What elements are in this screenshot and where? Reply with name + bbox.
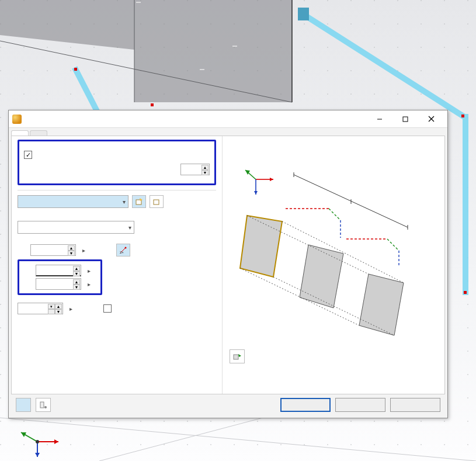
app-icon	[12, 115, 22, 124]
spacing-input[interactable]: ▾ ▲▼	[18, 303, 63, 314]
new-coord-system-button[interactable]	[132, 195, 146, 208]
chevron-down-icon: ▾	[123, 199, 126, 205]
svg-marker-21	[35, 453, 40, 457]
svg-rect-56	[234, 355, 238, 359]
play-icon[interactable]: ▸	[86, 281, 92, 287]
svg-line-51	[329, 209, 341, 220]
copy-section-highlight: ▲▼	[18, 140, 216, 185]
svg-point-59	[44, 406, 47, 408]
play-icon[interactable]: ▸	[81, 247, 87, 254]
create-copy-checkbox[interactable]	[24, 151, 32, 159]
svg-marker-45	[359, 274, 404, 335]
bg-label	[297, 84, 301, 85]
svg-rect-10	[74, 68, 77, 71]
coord-system-combo[interactable]: ▾	[18, 195, 128, 208]
settings-button[interactable]	[36, 398, 51, 412]
apply-button[interactable]	[390, 398, 440, 412]
total-checkbox[interactable]	[103, 304, 112, 313]
x-input[interactable]: ▲▼	[30, 244, 76, 256]
chevron-down-icon: ▾	[128, 224, 131, 231]
maximize-button[interactable]	[392, 111, 418, 127]
edit-coord-system-button[interactable]	[150, 195, 164, 208]
minimize-button[interactable]	[367, 111, 392, 127]
svg-rect-58	[40, 402, 44, 408]
svg-rect-12	[461, 115, 464, 117]
bg-label	[232, 46, 237, 47]
move-copy-dialog: ▲▼ ▾	[8, 110, 448, 418]
spin-buttons[interactable]: ▲▼	[68, 245, 75, 256]
svg-line-54	[387, 239, 399, 251]
svg-point-22	[36, 440, 39, 443]
spin-buttons[interactable]: ▲▼	[73, 266, 80, 276]
svg-text:2×: 2×	[120, 251, 124, 254]
tab-main[interactable]	[11, 130, 29, 136]
preview-diagram	[230, 145, 428, 344]
svg-marker-38	[254, 191, 258, 195]
close-button[interactable]	[418, 111, 444, 127]
svg-marker-34	[270, 178, 273, 181]
preview-apply-button[interactable]	[230, 349, 245, 363]
axis-widget	[11, 424, 63, 459]
dialog-footer	[9, 394, 447, 418]
tabs	[9, 128, 447, 136]
z-input[interactable]: ▲▼	[36, 278, 81, 290]
play-icon[interactable]: ▸	[68, 306, 74, 312]
spin-buttons[interactable]: ▲▼	[73, 279, 80, 290]
bg-label	[136, 2, 141, 3]
svg-rect-11	[151, 103, 154, 106]
cancel-button[interactable]	[335, 398, 385, 412]
svg-rect-9	[301, 11, 306, 18]
svg-line-46	[282, 221, 404, 283]
spin-buttons[interactable]: ▲▼	[201, 165, 209, 175]
direction-through-combo[interactable]: ▾	[18, 221, 134, 234]
svg-point-31	[125, 247, 127, 249]
yz-highlight: ▲▼ ▸ ▲▼ ▸	[18, 259, 102, 295]
pick-points-button[interactable]: 2×	[116, 244, 130, 257]
dialog-body: ▲▼ ▾	[11, 136, 445, 394]
svg-marker-43	[240, 216, 282, 277]
svg-rect-13	[464, 291, 467, 294]
spin-buttons[interactable]: ▲▼	[55, 304, 62, 314]
tab-numbering-options[interactable]	[30, 130, 47, 136]
decimal-places-button[interactable]	[16, 398, 31, 412]
svg-rect-24	[403, 117, 408, 122]
svg-marker-57	[238, 354, 241, 357]
y-input[interactable]: ▲▼	[36, 265, 81, 276]
play-icon[interactable]: ▸	[86, 268, 92, 274]
titlebar[interactable]	[9, 110, 447, 128]
svg-rect-29	[154, 200, 159, 204]
svg-marker-44	[300, 245, 343, 308]
steps-input[interactable]: ▲▼	[180, 164, 210, 175]
spacing-combo-icon[interactable]: ▾	[48, 304, 55, 314]
svg-marker-17	[54, 439, 58, 444]
ok-button[interactable]	[280, 398, 331, 412]
preview-panel	[222, 136, 444, 394]
bg-label	[29, 73, 33, 74]
bg-label	[200, 69, 204, 70]
bg-label	[2, 46, 6, 47]
